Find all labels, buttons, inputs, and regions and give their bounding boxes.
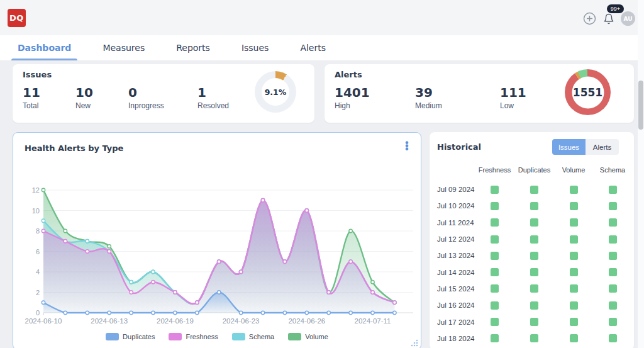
- status-cell[interactable]: [491, 186, 499, 194]
- status-cell[interactable]: [570, 202, 578, 210]
- col-volume: Volume: [554, 166, 593, 174]
- status-cell[interactable]: [530, 318, 538, 326]
- status-cell[interactable]: [491, 252, 499, 260]
- status-cell[interactable]: [491, 218, 499, 227]
- status-cell[interactable]: [609, 202, 617, 210]
- tab-measures[interactable]: Measures: [99, 35, 148, 60]
- page-scrollbar-track: [638, 0, 644, 348]
- stat-high: 1401High: [335, 86, 415, 110]
- status-cell[interactable]: [570, 334, 578, 342]
- legend-label: Freshness: [186, 333, 218, 340]
- row-date: Jul 17 2024: [430, 318, 475, 326]
- legend-swatch: [232, 333, 245, 340]
- row-date: Jul 14 2024: [430, 269, 475, 276]
- status-cell[interactable]: [570, 318, 578, 326]
- legend-item-volume[interactable]: Volume: [288, 333, 328, 340]
- alerts-summary-card: Alerts 1401High 39Medium 111Low 1551: [325, 64, 634, 123]
- chart-legend: DuplicatesFreshnessSchemaVolume: [13, 333, 421, 340]
- tab-dashboard[interactable]: Dashboard: [14, 35, 75, 60]
- notifications-bell-icon[interactable]: 99+: [602, 12, 615, 25]
- status-cell[interactable]: [491, 235, 499, 244]
- stat-medium: 39Medium: [415, 86, 500, 110]
- status-cell[interactable]: [609, 252, 617, 260]
- tab-alerts[interactable]: Alerts: [296, 35, 330, 60]
- status-cell[interactable]: [530, 202, 538, 210]
- historical-table: Freshness Duplicates Volume Schema Jul 0…: [430, 162, 634, 347]
- status-cell[interactable]: [491, 268, 499, 276]
- stat-resolved: 1Resolved: [197, 86, 229, 110]
- status-cell[interactable]: [570, 268, 578, 276]
- status-cell[interactable]: [570, 186, 578, 194]
- historical-row: Jul 14 2024: [430, 264, 634, 280]
- status-cell[interactable]: [570, 301, 578, 310]
- alerts-card-title: Alerts: [335, 70, 362, 79]
- col-freshness: Freshness: [475, 166, 514, 174]
- stat-new: 10New: [75, 86, 128, 110]
- toggle-alerts-button[interactable]: Alerts: [586, 139, 619, 155]
- historical-card: Historical Issues Alerts Freshness Dupli…: [430, 132, 634, 348]
- notification-count-badge[interactable]: 99+: [607, 4, 624, 13]
- add-icon[interactable]: [583, 12, 596, 25]
- status-cell[interactable]: [609, 334, 617, 342]
- svg-text:2024-06-19: 2024-06-19: [157, 317, 194, 325]
- status-cell[interactable]: [491, 301, 499, 310]
- row-date: Jul 18 2024: [430, 335, 475, 342]
- issues-summary-card: Issues 11Total 10New 0Inprogress 1Resolv…: [13, 64, 314, 123]
- legend-swatch: [106, 333, 119, 340]
- status-cell[interactable]: [530, 301, 538, 310]
- status-cell[interactable]: [530, 218, 538, 227]
- row-date: Jul 15 2024: [430, 285, 475, 293]
- status-cell[interactable]: [491, 334, 499, 342]
- stat-inprogress: 0Inprogress: [128, 86, 197, 110]
- page-scrollbar-thumb[interactable]: [638, 81, 643, 130]
- user-avatar[interactable]: AU: [621, 11, 635, 26]
- status-cell[interactable]: [609, 218, 617, 227]
- historical-row: Jul 12 2024: [430, 231, 634, 247]
- status-cell[interactable]: [530, 334, 538, 342]
- status-cell[interactable]: [609, 284, 617, 293]
- historical-row: Jul 13 2024: [430, 247, 634, 264]
- app-logo[interactable]: DQ: [8, 9, 26, 27]
- tab-reports[interactable]: Reports: [172, 35, 214, 60]
- status-cell[interactable]: [609, 318, 617, 326]
- svg-text:2024-07-11: 2024-07-11: [355, 317, 391, 325]
- historical-row: Jul 18 2024: [430, 330, 634, 347]
- status-cell[interactable]: [530, 252, 538, 260]
- status-cell[interactable]: [530, 235, 538, 244]
- status-cell[interactable]: [570, 235, 578, 244]
- tab-issues[interactable]: Issues: [238, 35, 273, 60]
- historical-row: Jul 11 2024: [430, 215, 634, 231]
- status-cell[interactable]: [530, 268, 538, 276]
- resize-handle[interactable]: [410, 339, 418, 347]
- historical-row: Jul 10 2024: [430, 198, 634, 214]
- status-cell[interactable]: [609, 235, 617, 244]
- stat-low: 111Low: [500, 86, 526, 110]
- top-bar: DQ 99+ AU: [0, 0, 644, 35]
- legend-label: Volume: [305, 333, 328, 340]
- status-cell[interactable]: [491, 284, 499, 293]
- toggle-issues-button[interactable]: Issues: [552, 139, 586, 155]
- status-cell[interactable]: [609, 268, 617, 276]
- status-cell[interactable]: [570, 284, 578, 293]
- svg-text:0: 0: [36, 309, 40, 317]
- legend-label: Schema: [249, 333, 274, 340]
- svg-text:2024-06-10: 2024-06-10: [25, 317, 62, 325]
- status-cell[interactable]: [609, 301, 617, 310]
- row-date: Jul 09 2024: [430, 186, 475, 193]
- svg-text:8: 8: [36, 227, 40, 235]
- status-cell[interactable]: [609, 186, 617, 194]
- historical-toggle: Issues Alerts: [552, 139, 619, 155]
- status-cell[interactable]: [570, 218, 578, 227]
- status-cell[interactable]: [491, 318, 499, 326]
- row-date: Jul 16 2024: [430, 301, 475, 309]
- legend-item-duplicates[interactable]: Duplicates: [106, 333, 155, 340]
- legend-item-schema[interactable]: Schema: [232, 333, 274, 340]
- alerts-donut-chart: 1551: [565, 69, 611, 115]
- status-cell[interactable]: [530, 284, 538, 293]
- health-alerts-chart: 0246810122024-06-102024-06-132024-06-192…: [13, 133, 422, 329]
- status-cell[interactable]: [530, 186, 538, 194]
- legend-item-freshness[interactable]: Freshness: [169, 333, 218, 340]
- status-cell[interactable]: [491, 202, 499, 210]
- svg-text:6: 6: [36, 248, 40, 255]
- status-cell[interactable]: [570, 252, 578, 260]
